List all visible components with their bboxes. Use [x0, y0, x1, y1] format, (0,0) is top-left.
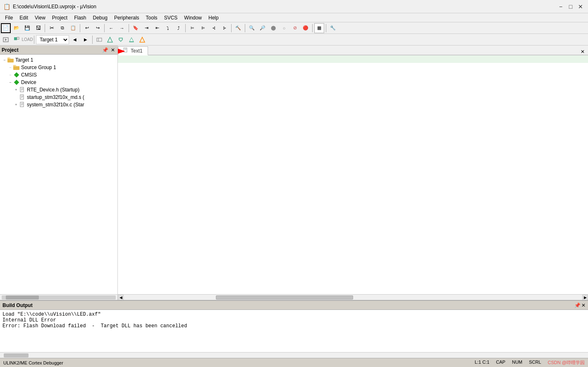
project-hscroll[interactable]: [0, 294, 117, 300]
sep4: [129, 24, 129, 32]
expander-target1[interactable]: −: [2, 57, 7, 63]
indent-dec-button[interactable]: ⊫: [198, 23, 208, 33]
tree-item-source-group[interactable]: − Source Group 1: [0, 64, 117, 71]
expander-rte-device[interactable]: +: [13, 87, 19, 93]
t2-btn3[interactable]: LOAD: [22, 35, 32, 45]
save-all-button[interactable]: 🖫: [33, 23, 43, 33]
tree-item-target1[interactable]: − Target 1: [0, 56, 117, 64]
expander-system[interactable]: +: [13, 102, 19, 108]
editor-hscroll-left[interactable]: ◀: [118, 295, 124, 300]
expander-cmsis[interactable]: −: [7, 72, 13, 78]
new-file-button[interactable]: 📄: [1, 23, 11, 33]
caps-indicator: CAP: [496, 360, 506, 366]
project-panel-header: Project 📌 ✕: [0, 46, 117, 55]
build-output-pin[interactable]: 📌: [574, 302, 581, 308]
build-output-hscroll[interactable]: [0, 352, 588, 358]
menu-svcs[interactable]: SVCS: [161, 14, 181, 22]
t2-debug[interactable]: [127, 35, 136, 45]
indent3-button[interactable]: ⊰: [209, 23, 219, 33]
stop4-button[interactable]: 🔴: [301, 23, 311, 33]
svg-rect-29: [124, 48, 127, 52]
editor-hscroll-thumb[interactable]: [216, 295, 353, 300]
tree-item-device[interactable]: − Device: [0, 79, 117, 86]
maximize-button[interactable]: □: [566, 2, 575, 11]
editor-hscroll[interactable]: ◀ ▶: [118, 294, 588, 300]
nav-fwd-button[interactable]: →: [117, 23, 127, 33]
tab-text1-icon: [123, 48, 128, 54]
tree-item-system[interactable]: + system_stm32f10x.c (Star: [0, 101, 117, 108]
expander-source-group[interactable]: −: [7, 65, 13, 70]
menu-project[interactable]: Project: [49, 14, 71, 22]
build-all-button[interactable]: 🔨: [233, 23, 243, 33]
menu-file[interactable]: File: [2, 14, 16, 22]
t2-btn2[interactable]: [12, 35, 22, 45]
menu-debug[interactable]: Debug: [90, 14, 111, 22]
indent4-button[interactable]: ⊱: [220, 23, 229, 33]
target-prev[interactable]: ◀: [70, 35, 80, 45]
menu-tools[interactable]: Tools: [143, 14, 161, 22]
menu-help[interactable]: Help: [205, 14, 222, 22]
target-select[interactable]: Target 1: [36, 35, 69, 44]
t2-options[interactable]: [105, 35, 115, 45]
tree-item-startup[interactable]: + startup_stm32f10x_md.s (: [0, 94, 117, 101]
build-output-close[interactable]: ✕: [581, 302, 586, 308]
indent-inc-button[interactable]: ⊨: [187, 23, 197, 33]
status-right: L:1 C:1 CAP NUM SCRL CSDN @哔哩学园: [475, 360, 585, 366]
tab-close-button[interactable]: ✕: [579, 49, 586, 55]
redo-button[interactable]: ↪: [93, 23, 103, 33]
svg-rect-19: [20, 95, 24, 99]
t2-run[interactable]: [116, 35, 126, 45]
settings-button[interactable]: 🔧: [328, 23, 338, 33]
menu-flash[interactable]: Flash: [71, 14, 89, 22]
cut-button[interactable]: ✂: [47, 23, 57, 33]
paste-button[interactable]: 📋: [68, 23, 78, 33]
nav-back-button[interactable]: ←: [106, 23, 116, 33]
sep7: [245, 24, 245, 32]
stop1-button[interactable]: ⬤: [268, 23, 278, 33]
tab-text1[interactable]: Text1: [118, 46, 148, 55]
step1-button[interactable]: ⇥: [141, 23, 151, 33]
menu-window[interactable]: Window: [181, 14, 205, 22]
search1-button[interactable]: 🔍: [247, 23, 257, 33]
build-output-header: Build Output 📌 ✕: [0, 301, 588, 310]
svg-rect-3: [17, 37, 19, 39]
svg-marker-1: [5, 38, 7, 41]
build-hscroll-thumb[interactable]: [4, 353, 29, 357]
project-hscroll-thumb[interactable]: [6, 295, 39, 300]
menu-peripherals[interactable]: Peripherals: [111, 14, 143, 22]
close-button[interactable]: ✕: [576, 2, 585, 11]
view1-button[interactable]: ▦: [314, 23, 324, 33]
open-file-button[interactable]: 📂: [12, 23, 22, 33]
status-left: ULINK2/ME Cortex Debugger: [3, 360, 63, 365]
search2-button[interactable]: 🔎: [258, 23, 268, 33]
bookmark-button[interactable]: 🔖: [131, 23, 141, 33]
t2-extra[interactable]: [137, 35, 147, 45]
tree-item-rte-device[interactable]: + RTE_Device.h (Startup): [0, 86, 117, 94]
project-close-button[interactable]: ✕: [110, 47, 116, 53]
save-button[interactable]: 💾: [22, 23, 32, 33]
project-pin-button[interactable]: 📌: [101, 47, 109, 53]
menu-view[interactable]: View: [31, 14, 49, 22]
project-hscroll-bar[interactable]: [2, 295, 116, 300]
status-bar: ULINK2/ME Cortex Debugger L:1 C:1 CAP NU…: [0, 358, 588, 367]
editor-hscroll-right[interactable]: ▶: [582, 295, 588, 300]
step3-button[interactable]: ⤵: [163, 23, 173, 33]
toolbar-main: 📄 📂 💾 🖫 ✂ ⧉ 📋 ↩ ↪ ← → 🔖 ⇥ ⇤ ⤵ ⤴ ⊨ ⊫ ⊰ ⊱ …: [0, 22, 588, 34]
target-next[interactable]: ▶: [81, 35, 91, 45]
editor-content[interactable]: [118, 55, 588, 294]
step4-button[interactable]: ⤴: [174, 23, 184, 33]
tree-item-cmsis[interactable]: − CMSIS: [0, 71, 117, 79]
undo-button[interactable]: ↩: [82, 23, 92, 33]
minimize-button[interactable]: −: [557, 2, 565, 11]
menu-edit[interactable]: Edit: [16, 14, 31, 22]
build-output-content: Load "E:\\code\\uVision\\LED.axf" Intern…: [0, 310, 588, 352]
expander-device[interactable]: −: [7, 79, 13, 85]
t2-btn1[interactable]: [1, 35, 11, 45]
t2-manage[interactable]: [94, 35, 104, 45]
copy-button[interactable]: ⧉: [57, 23, 67, 33]
svg-rect-2: [14, 37, 17, 40]
stop2-button[interactable]: ○: [279, 23, 289, 33]
stop3-button[interactable]: ⊘: [290, 23, 300, 33]
editor-hscroll-track[interactable]: [124, 295, 581, 300]
step2-button[interactable]: ⇤: [152, 23, 162, 33]
